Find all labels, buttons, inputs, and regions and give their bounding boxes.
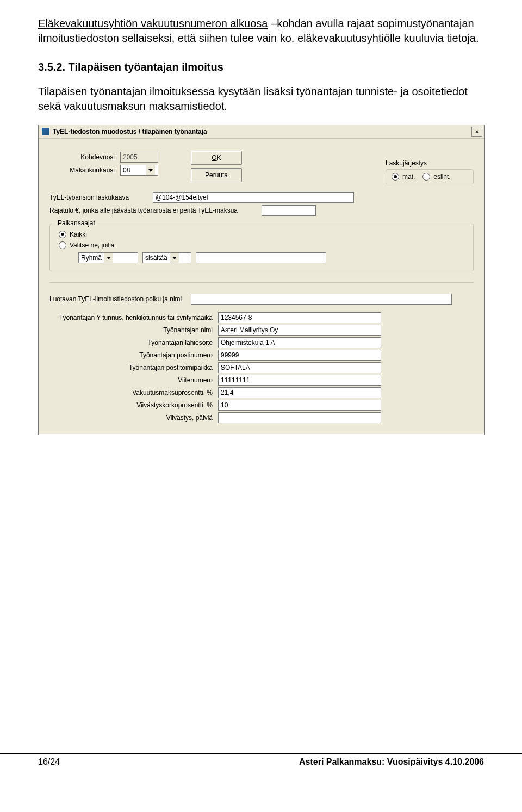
page-footer: 16/24 Asteri Palkanmaksu: Vuosipäivitys … (0, 753, 522, 778)
detail-label: Työnantajan lähiosoite (49, 339, 218, 346)
polku-input[interactable] (191, 294, 452, 305)
section-paragraph: Tilapäisen työnantajan ilmoituksessa kys… (38, 84, 484, 114)
dialog-window: TyEL-tiedoston muodostus / tilapäinen ty… (38, 125, 485, 435)
radio-mat-label: mat. (402, 173, 415, 181)
laskujarjestys-label: Laskujärjestys (386, 159, 474, 167)
laskukaava-label: TyEL-työansion laskukaava (49, 194, 153, 201)
maksukuukausi-label: Maksukuukausi (49, 166, 120, 174)
radio-valitse[interactable] (59, 241, 66, 249)
detail-label: Viivästyskorkoprosentti, % (49, 401, 218, 409)
detail-row: Työnantajan postitoimipaikka (49, 362, 474, 373)
detail-input[interactable] (218, 325, 381, 336)
kohdevuosi-input[interactable] (120, 152, 158, 163)
detail-row: Viitenumero (49, 375, 474, 386)
radio-kaikki[interactable] (59, 231, 66, 238)
detail-label: Viitenumero (49, 376, 218, 384)
detail-label: Työnantajan Y-tunnus, henkilötunnus tai … (49, 314, 218, 321)
detail-row: Viivästys, päiviä (49, 412, 474, 423)
dialog-title: TyEL-tiedoston muodostus / tilapäinen ty… (53, 128, 207, 135)
maksukuukausi-value: 08 (121, 165, 146, 175)
detail-row: Vakuutusmaksuprosentti, % (49, 387, 474, 398)
detail-label: Työnantajan nimi (49, 326, 218, 334)
detail-input[interactable] (218, 412, 381, 423)
chevron-down-icon (104, 253, 113, 263)
detail-label: Työnantajan postinumero (49, 351, 218, 359)
radio-esint[interactable] (422, 173, 430, 181)
rajatulo-label: Rajatulo €, jonka alle jäävästä työansio… (49, 207, 262, 214)
detail-row: Työnantajan lähiosoite (49, 337, 474, 348)
detail-row: Työnantajan nimi (49, 325, 474, 336)
rajatulo-input[interactable] (262, 205, 316, 216)
radio-mat[interactable] (391, 173, 399, 181)
radio-kaikki-label: Kaikki (70, 231, 87, 238)
divider (49, 282, 474, 283)
footer-left: 16/24 (38, 757, 60, 767)
detail-label: Viivästys, päiviä (49, 414, 218, 422)
filter-field-combo[interactable]: Ryhmä (78, 252, 138, 263)
footer-right: Asteri Palkanmaksu: Vuosipäivitys 4.10.2… (299, 757, 484, 767)
app-icon (42, 128, 49, 135)
close-icon: × (475, 129, 478, 135)
section-heading: 3.5.2. Tilapäisen työantajan ilmoitus (38, 61, 484, 73)
maksukuukausi-combo[interactable]: 08 (120, 165, 158, 176)
filter-value-input[interactable] (196, 252, 326, 263)
detail-input[interactable] (218, 400, 381, 411)
detail-input[interactable] (218, 375, 381, 386)
intro-paragraph: Eläkevakuutusyhtiön vakuutusnumeron alku… (38, 16, 484, 46)
ok-button[interactable]: OK (191, 151, 242, 165)
palkansaajat-group: Palkansaajat Kaikki Valitse ne, joilla R… (49, 224, 474, 271)
kohdevuosi-label: Kohdevuosi (49, 153, 120, 161)
radio-esint-label: esiint. (433, 173, 450, 181)
filter-op-combo[interactable]: sisältää (142, 252, 191, 263)
polku-label: Luotavan TyEL-ilmoitustiedoston polku ja… (49, 295, 191, 303)
detail-input[interactable] (218, 387, 381, 398)
titlebar: TyEL-tiedoston muodostus / tilapäinen ty… (39, 125, 484, 139)
detail-label: Työnantajan postitoimipaikka (49, 364, 218, 371)
detail-input[interactable] (218, 312, 381, 323)
detail-row: Työnantajan postinumero (49, 350, 474, 361)
detail-row: Työnantajan Y-tunnus, henkilötunnus tai … (49, 312, 474, 323)
detail-label: Vakuutusmaksuprosentti, % (49, 389, 218, 396)
laskukaava-input[interactable] (153, 192, 354, 203)
radio-valitse-label: Valitse ne, joilla (70, 241, 115, 249)
cancel-button[interactable]: Peruuta (191, 168, 242, 182)
filter-op-value: sisältää (143, 253, 170, 263)
intro-underlined: Eläkevakuutusyhtiön vakuutusnumeron alku… (38, 17, 268, 29)
chevron-down-icon (170, 253, 179, 263)
chevron-down-icon (146, 165, 155, 175)
detail-input[interactable] (218, 350, 381, 361)
detail-row: Viivästyskorkoprosentti, % (49, 400, 474, 411)
detail-input[interactable] (218, 337, 381, 348)
palkansaajat-legend: Palkansaajat (55, 219, 97, 227)
detail-input[interactable] (218, 362, 381, 373)
close-button[interactable]: × (471, 127, 482, 137)
filter-field-value: Ryhmä (79, 253, 104, 263)
